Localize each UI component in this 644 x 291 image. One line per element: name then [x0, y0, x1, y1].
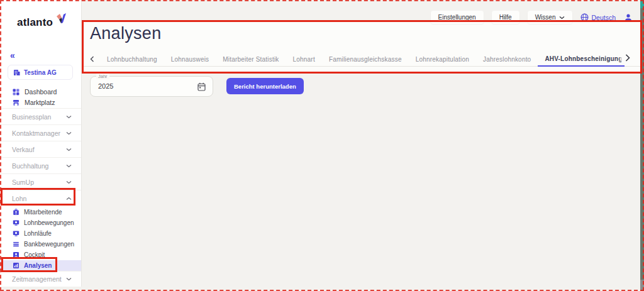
globe-icon — [580, 13, 589, 21]
sidebar-item-lohnlaeufe[interactable]: Lohnläufe — [0, 228, 81, 239]
chevron-down-icon — [66, 131, 72, 135]
year-field-label: Jahr — [96, 74, 109, 79]
topbar: Einstellungen Hilfe Wissen Deutsch — [431, 11, 633, 24]
sidebar-item-lohnbewegungen[interactable]: Lohnbewegungen — [0, 217, 81, 228]
language-label: Deutsch — [591, 14, 616, 21]
sidebar-item-dashboard[interactable]: Dashboard — [13, 88, 57, 96]
edge-gray-block — [640, 280, 644, 291]
chevron-down-icon — [66, 277, 72, 281]
sidebar-item-label: Bankbewegungen — [24, 241, 74, 248]
sidebar-item-marktplatz[interactable]: Marktplatz — [13, 99, 55, 106]
chevron-down-icon — [66, 115, 72, 119]
chevron-up-icon — [66, 197, 72, 200]
sidebar-section-zeitmanagement[interactable]: Zeitmanagement — [0, 271, 81, 287]
tab-lohnbuchhaltung[interactable]: Lohnbuchhaltung — [100, 52, 164, 67]
sidebar-section-buchhaltung[interactable]: Buchhaltung — [0, 157, 81, 173]
sidebar-item-label: Analysen — [24, 262, 52, 269]
section-label: Zeitmanagement — [12, 275, 62, 283]
chevron-down-icon — [66, 180, 72, 184]
shop-icon — [13, 99, 19, 106]
settings-button[interactable]: Einstellungen — [431, 11, 484, 24]
download-report-button[interactable]: Bericht herunterladen — [226, 78, 304, 94]
page-title: Analysen — [90, 24, 161, 43]
sidebar-sections: Businessplan Kontaktmanager Verkauf Buch… — [0, 108, 81, 206]
tab-familienausgleichskasse[interactable]: Familienausgleichskasse — [322, 52, 409, 67]
sidebar-collapse-icon[interactable]: « — [10, 50, 15, 60]
sidebar-item-label: Mitarbeitende — [24, 209, 62, 216]
edge-teal-block — [640, 0, 644, 8]
sidebar-item-label: Lohnläufe — [24, 230, 52, 237]
wissen-dropdown-button[interactable]: Wissen — [528, 11, 573, 24]
logo-text: atlanto — [17, 16, 53, 29]
tab-ahv-lohnbescheinigung[interactable]: AHV-Lohnbescheinigung — [538, 52, 625, 67]
tab-lohnausweis[interactable]: Lohnausweis — [164, 52, 216, 67]
section-label: Kontaktmanager — [12, 129, 60, 137]
help-button[interactable]: Hilfe — [492, 11, 519, 24]
language-selector[interactable]: Deutsch — [580, 13, 616, 21]
tab-mitarbeiter-statistik[interactable]: Mitarbeiter Statistik — [216, 52, 286, 67]
bar-chart-icon — [13, 262, 19, 269]
chevron-down-icon — [559, 16, 565, 19]
year-field[interactable]: Jahr 2025 — [90, 76, 213, 97]
atlanto-logo: atlanto — [17, 13, 67, 29]
calendar-icon[interactable] — [197, 82, 206, 91]
section-label: Buchhaltung — [12, 162, 48, 170]
tabs-scroll-right-icon[interactable] — [619, 54, 630, 62]
user-account-icon[interactable] — [624, 13, 633, 22]
lohn-submenu: Mitarbeitende Lohnbewegungen Lohnläufe — [0, 207, 81, 271]
dashboard-icon — [13, 89, 19, 96]
screen-coin-icon — [13, 219, 19, 226]
sidebar-item-bankbewegungen[interactable]: Bankbewegungen — [0, 239, 81, 250]
help-label: Hilfe — [499, 14, 512, 21]
wissen-label: Wissen — [535, 14, 556, 21]
screenshot-edge-strip — [640, 0, 644, 291]
sidebar: atlanto « Testina AG — [0, 0, 82, 287]
tab-lohnart[interactable]: Lohnart — [286, 52, 322, 67]
section-label: Businessplan — [12, 113, 51, 121]
badge-person-icon — [13, 209, 19, 216]
chevron-down-icon — [66, 148, 72, 151]
person-card-icon — [13, 251, 19, 258]
tabs-scroll-left-icon[interactable] — [84, 56, 100, 62]
tab-jahreslohnkonto[interactable]: Jahreslohnkonto — [476, 52, 538, 67]
sidebar-section-sumup[interactable]: SumUp — [0, 173, 81, 190]
section-label: Lohn — [12, 195, 26, 202]
building-icon — [13, 69, 20, 76]
screen-coin-icon — [13, 230, 19, 237]
sidebar-section-lohn[interactable]: Lohn — [0, 190, 81, 206]
chevron-down-icon — [66, 164, 72, 168]
sidebar-item-cockpit[interactable]: Cockpit — [0, 250, 81, 260]
logo-mark-icon — [55, 13, 67, 24]
sidebar-item-label: Marktplatz — [25, 99, 55, 106]
section-label: Verkauf — [12, 146, 35, 153]
section-label: SumUp — [12, 178, 34, 186]
company-selector-button[interactable]: Testina AG — [8, 65, 73, 80]
sidebar-item-label: Dashboard — [25, 88, 57, 96]
sidebar-section-businessplan[interactable]: Businessplan — [0, 108, 81, 124]
settings-label: Einstellungen — [438, 14, 476, 21]
year-field-value: 2025 — [98, 82, 113, 90]
company-name: Testina AG — [24, 69, 57, 76]
report-tabbar: Lohnbuchhaltung Lohnausweis Mitarbeiter … — [84, 52, 625, 67]
sidebar-section-verkauf[interactable]: Verkauf — [0, 141, 81, 157]
list-lines-icon — [13, 241, 19, 248]
sidebar-item-label: Lohnbewegungen — [24, 219, 74, 226]
sidebar-section-kontaktmanager[interactable]: Kontaktmanager — [0, 124, 81, 141]
tab-lohnrekapitulation[interactable]: Lohnrekapitulation — [409, 52, 476, 67]
sidebar-item-mitarbeitende[interactable]: Mitarbeitende — [0, 207, 81, 217]
sidebar-item-analysen[interactable]: Analysen — [0, 260, 81, 271]
sidebar-item-label: Cockpit — [24, 251, 45, 258]
